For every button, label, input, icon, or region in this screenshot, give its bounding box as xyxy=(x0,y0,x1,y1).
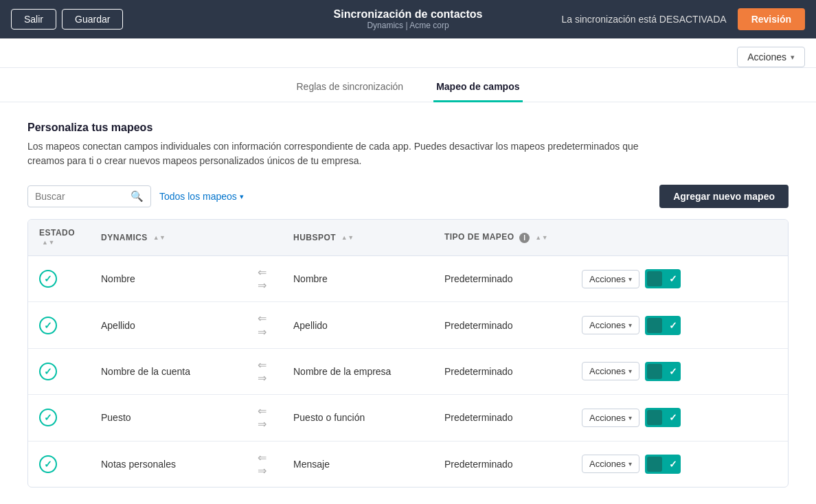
toggle-square xyxy=(647,410,662,425)
status-check-icon: ✓ xyxy=(39,363,57,380)
status-cell: ✓ xyxy=(28,302,90,348)
col-header-arrow xyxy=(241,220,282,256)
tipo-cell: Predeterminado xyxy=(433,302,571,348)
toggle-check-icon: ✓ xyxy=(669,459,677,470)
actions-cell: Acciones ✓ xyxy=(571,302,788,348)
row-actions-group: Acciones ✓ xyxy=(582,269,777,288)
row-acciones-button[interactable]: Acciones xyxy=(582,316,639,334)
row-actions-group: Acciones ✓ xyxy=(582,455,777,474)
hubspot-cell: Nombre xyxy=(282,256,433,302)
sync-status: La sincronización está DESACTIVADA xyxy=(561,14,726,25)
table-header-row: ESTADO ▲▼ DYNAMICS ▲▼ HUBSPOT ▲▼ TIPO DE… xyxy=(28,220,788,256)
toggle-switch[interactable]: ✓ xyxy=(645,316,681,335)
toggle-square xyxy=(647,271,662,286)
table-row: ✓ Apellido ⇐ ⇒ Apellido Predeterminado A… xyxy=(28,302,788,348)
status-cell: ✓ xyxy=(28,395,90,441)
row-acciones-button[interactable]: Acciones xyxy=(582,455,639,473)
status-cell: ✓ xyxy=(28,256,90,302)
table-row: ✓ Nombre de la cuenta ⇐ ⇒ Nombre de la e… xyxy=(28,348,788,394)
toggle-switch[interactable]: ✓ xyxy=(645,455,681,474)
row-acciones-button[interactable]: Acciones xyxy=(582,270,639,288)
header-left-actions: Salir Guardar xyxy=(11,9,123,30)
row-actions-group: Acciones ✓ xyxy=(582,316,777,335)
toggle-check-icon: ✓ xyxy=(669,273,677,284)
tipo-info-icon: i xyxy=(519,233,530,243)
tab-mapeo[interactable]: Mapeo de campos xyxy=(433,74,522,102)
col-header-tipo: TIPO DE MAPEO i ▲▼ xyxy=(433,220,571,256)
actions-cell: Acciones ✓ xyxy=(571,395,788,441)
table-body: ✓ Nombre ⇐ ⇒ Nombre Predeterminado Accio… xyxy=(28,256,788,487)
filter-button[interactable]: Todos los mapeos xyxy=(159,191,244,202)
status-check-icon: ✓ xyxy=(39,409,57,426)
toggle-check-icon: ✓ xyxy=(669,412,677,423)
dynamics-cell: Nombre de la cuenta xyxy=(90,348,241,394)
salir-button[interactable]: Salir xyxy=(11,9,56,30)
toolbar: Acciones xyxy=(0,38,816,68)
tab-reglas[interactable]: Reglas de sincronización xyxy=(293,74,406,102)
hubspot-cell: Nombre de la empresa xyxy=(282,348,433,394)
status-cell: ✓ xyxy=(28,441,90,487)
sync-arrow-cell: ⇐ ⇒ xyxy=(241,441,282,487)
toggle-switch[interactable]: ✓ xyxy=(645,269,681,288)
sort-hubspot-icon: ▲▼ xyxy=(341,236,354,240)
sync-arrow-cell: ⇐ ⇒ xyxy=(241,302,282,348)
toggle-square xyxy=(647,457,662,472)
search-box: 🔍 xyxy=(27,185,151,207)
content-area: Personaliza tus mapeos Los mapeos conect… xyxy=(0,102,816,504)
table-row: ✓ Notas personales ⇐ ⇒ Mensaje Predeterm… xyxy=(28,441,788,487)
sort-dynamics-icon: ▲▼ xyxy=(153,236,166,240)
section-title: Personaliza tus mapeos xyxy=(27,122,789,134)
hubspot-cell: Apellido xyxy=(282,302,433,348)
dynamics-cell: Apellido xyxy=(90,302,241,348)
header: Salir Guardar Sincronización de contacto… xyxy=(0,0,816,38)
row-acciones-button[interactable]: Acciones xyxy=(582,362,639,380)
mappings-table-wrapper: ESTADO ▲▼ DYNAMICS ▲▼ HUBSPOT ▲▼ TIPO DE… xyxy=(27,219,789,488)
tabs-container: Reglas de sincronización Mapeo de campos xyxy=(0,68,816,102)
col-header-hubspot: HUBSPOT ▲▼ xyxy=(282,220,433,256)
page-title: Sincronización de contactos xyxy=(334,8,483,21)
table-row: ✓ Nombre ⇐ ⇒ Nombre Predeterminado Accio… xyxy=(28,256,788,302)
dynamics-cell: Notas personales xyxy=(90,441,241,487)
controls-row: 🔍 Todos los mapeos Agregar nuevo mapeo xyxy=(27,185,789,208)
tipo-cell: Predeterminado xyxy=(433,256,571,302)
tipo-cell: Predeterminado xyxy=(433,395,571,441)
hubspot-cell: Puesto o función xyxy=(282,395,433,441)
col-header-actions xyxy=(571,220,788,256)
mappings-table: ESTADO ▲▼ DYNAMICS ▲▼ HUBSPOT ▲▼ TIPO DE… xyxy=(28,220,788,487)
search-icon: 🔍 xyxy=(131,190,144,203)
acciones-button[interactable]: Acciones xyxy=(737,47,805,67)
col-header-dynamics: DYNAMICS ▲▼ xyxy=(90,220,241,256)
toggle-square xyxy=(647,364,662,379)
search-input[interactable] xyxy=(35,191,131,202)
status-cell: ✓ xyxy=(28,348,90,394)
status-check-icon: ✓ xyxy=(39,317,57,334)
toggle-switch[interactable]: ✓ xyxy=(645,362,681,381)
page-subtitle: Dynamics | Acme corp xyxy=(334,21,483,30)
sync-arrows-icon: ⇐ ⇒ xyxy=(252,312,271,338)
tipo-cell: Predeterminado xyxy=(433,348,571,394)
col-header-estado: ESTADO ▲▼ xyxy=(28,220,90,256)
sync-arrow-cell: ⇐ ⇒ xyxy=(241,348,282,394)
sync-arrow-cell: ⇐ ⇒ xyxy=(241,395,282,441)
sync-arrow-cell: ⇐ ⇒ xyxy=(241,256,282,302)
toggle-check-icon: ✓ xyxy=(669,320,677,331)
header-center: Sincronización de contactos Dynamics | A… xyxy=(334,8,483,30)
sync-arrows-icon: ⇐ ⇒ xyxy=(252,266,271,292)
actions-cell: Acciones ✓ xyxy=(571,441,788,487)
sync-arrows-icon: ⇐ ⇒ xyxy=(252,451,271,477)
toggle-switch[interactable]: ✓ xyxy=(645,408,681,427)
actions-cell: Acciones ✓ xyxy=(571,348,788,394)
guardar-button[interactable]: Guardar xyxy=(62,9,123,30)
row-acciones-button[interactable]: Acciones xyxy=(582,409,639,427)
hubspot-cell: Mensaje xyxy=(282,441,433,487)
tipo-cell: Predeterminado xyxy=(433,441,571,487)
table-row: ✓ Puesto ⇐ ⇒ Puesto o función Predetermi… xyxy=(28,395,788,441)
controls-left: 🔍 Todos los mapeos xyxy=(27,185,244,207)
dynamics-cell: Puesto xyxy=(90,395,241,441)
add-mapeo-button[interactable]: Agregar nuevo mapeo xyxy=(659,185,789,208)
sort-estado-icon: ▲▼ xyxy=(42,240,55,245)
revision-button[interactable]: Revisión xyxy=(738,8,805,30)
toggle-check-icon: ✓ xyxy=(669,366,677,377)
toggle-square xyxy=(647,318,662,333)
row-actions-group: Acciones ✓ xyxy=(582,362,777,381)
